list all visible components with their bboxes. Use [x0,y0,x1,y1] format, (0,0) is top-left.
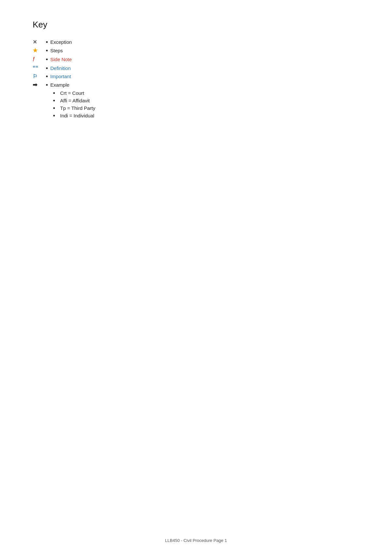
list-item-example: ➡ Example [33,81,366,88]
key-list: ✕ Exception ★ Steps ! Side Note ““ Defin… [33,39,366,88]
list-item-definition: ““ Definition [33,65,366,71]
definition-bullet [43,67,50,69]
important-bullet [43,76,50,77]
abbreviations-list: Crt = Court Affi = Affidavit Tp = Third … [33,90,366,118]
list-item-indi: Indi = Individual [33,113,366,118]
tp-label: Tp = Third Party [60,105,366,111]
footer-text: LLB450 - Civil Procedure Page 1 [165,538,227,543]
steps-icon: ★ [33,47,43,54]
example-label: Example [50,82,366,88]
important-label: Important [50,74,366,79]
important-icon: ⚐ [33,73,43,79]
list-item-crt: Crt = Court [33,90,366,96]
example-icon: ➡ [33,81,43,88]
crt-bullet [50,92,57,94]
exception-bullet [43,41,50,43]
definition-icon: ““ [33,65,43,71]
exception-label: Exception [50,39,366,45]
page-content: Key ✕ Exception ★ Steps ! Side Note ““ D… [0,0,392,140]
affi-bullet [50,100,57,101]
crt-label: Crt = Court [60,90,366,96]
exception-icon: ✕ [33,39,43,45]
side-note-bullet [43,59,50,60]
steps-label: Steps [50,48,366,53]
steps-bullet [43,50,50,51]
definition-label: Definition [50,65,366,71]
list-item-exception: ✕ Exception [33,39,366,45]
list-item-affi: Affi = Affidavit [33,98,366,103]
page-footer: LLB450 - Civil Procedure Page 1 [0,538,392,543]
tp-bullet [50,107,57,109]
list-item-tp: Tp = Third Party [33,105,366,111]
indi-label: Indi = Individual [60,113,366,118]
affi-label: Affi = Affidavit [60,98,366,103]
list-item-side-note: ! Side Note [33,56,366,63]
page-title: Key [33,20,366,30]
example-bullet [43,84,50,86]
side-note-icon: ! [33,56,43,63]
indi-bullet [50,115,57,116]
side-note-label: Side Note [50,57,366,62]
list-item-important: ⚐ Important [33,73,366,79]
list-item-steps: ★ Steps [33,47,366,54]
